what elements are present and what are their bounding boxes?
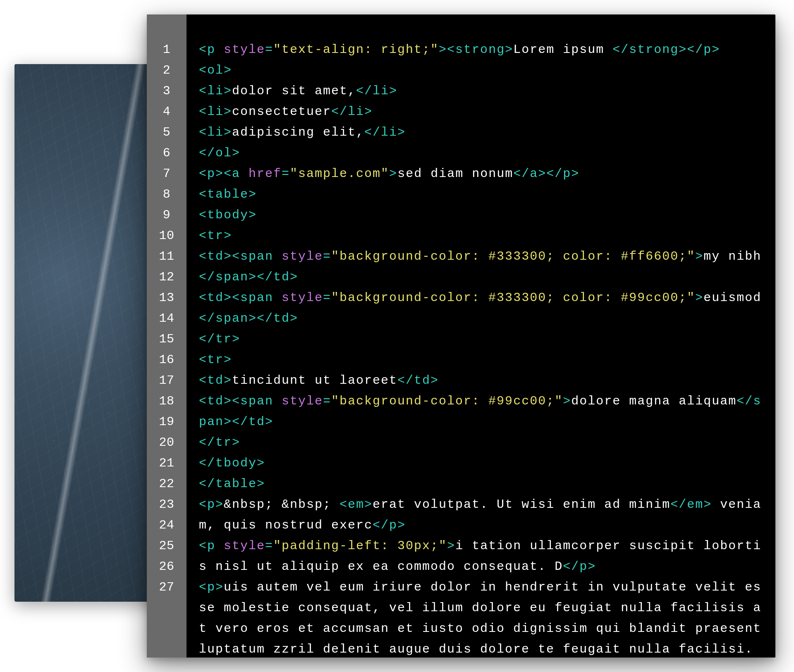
code-token-text: uis autem vel eum iriure dolor in hendre… <box>199 580 770 656</box>
code-token-str: "background-color: #333300; color: #99cc… <box>331 291 695 305</box>
line-number: 17 <box>147 370 187 391</box>
code-token-attr: style <box>282 394 323 408</box>
code-token-tag: <tr> <box>199 229 232 243</box>
line-number: 24 <box>147 515 187 536</box>
line-number: 15 <box>147 329 187 349</box>
code-token-tag: <td><span <box>199 394 282 408</box>
line-number: 27 <box>147 577 187 598</box>
code-token-tag: <td><span <box>199 249 282 263</box>
line-number: 10 <box>147 225 187 246</box>
code-token-str: "background-color: #99cc00;" <box>331 394 563 408</box>
code-token-tag: </em> <box>670 497 712 512</box>
line-number: 18 <box>147 391 187 411</box>
code-token-tag: = <box>323 249 331 263</box>
code-token-attr: style <box>282 291 323 305</box>
code-token-text: consectetuer <box>232 105 331 119</box>
code-token-tag: </table> <box>199 477 265 491</box>
line-number: 21 <box>147 453 187 474</box>
line-number: 22 <box>147 474 187 494</box>
code-token-tag: <li> <box>199 125 232 139</box>
code-token-tag: > <box>695 249 703 263</box>
line-number: 25 <box>147 536 187 556</box>
line-number: 26 <box>147 556 187 577</box>
code-token-text: adipiscing elit, <box>232 125 364 139</box>
line-number: 14 <box>147 308 187 329</box>
code-editor-window: 1234567891011121314151617181920212223242… <box>147 14 775 658</box>
code-token-text: Lorem ipsum <box>513 43 612 57</box>
code-token-tag: <li> <box>199 105 232 119</box>
code-token-tag: > <box>563 394 571 408</box>
code-token-str: "sample.com" <box>290 167 389 181</box>
code-token-tag: </strong></p> <box>612 43 720 57</box>
code-token-tag: </li> <box>364 125 406 139</box>
line-number: 13 <box>147 287 187 308</box>
line-number: 11 <box>147 246 187 267</box>
code-token-attr: style <box>224 539 265 553</box>
line-number: 3 <box>147 81 187 101</box>
code-token-tag: </p> <box>373 518 406 532</box>
code-token-tag: </p> <box>563 560 596 574</box>
line-number: 23 <box>147 494 187 515</box>
code-token-text: euismod <box>703 291 761 305</box>
code-token-tag: </span></td> <box>199 311 298 325</box>
line-number: 9 <box>147 205 187 225</box>
code-token-tag: <ol> <box>199 63 232 77</box>
line-number: 16 <box>147 349 187 370</box>
line-number: 7 <box>147 163 187 184</box>
code-token-text: my nibh <box>703 249 761 263</box>
code-token-text: tincidunt ut laoreet <box>232 373 397 387</box>
code-token-tag: </tr> <box>199 332 240 346</box>
code-token-tag: = <box>323 291 331 305</box>
code-token-tag: <table> <box>199 187 257 201</box>
code-token-tag: <p <box>199 539 224 553</box>
code-token-tag: <tr> <box>199 353 232 367</box>
code-token-tag: <p> <box>199 580 224 594</box>
code-token-attr: style <box>224 43 265 57</box>
line-number-gutter: 1234567891011121314151617181920212223242… <box>147 14 187 658</box>
line-number: 19 <box>147 411 187 432</box>
code-token-tag: > <box>447 539 455 553</box>
code-token-attr: href <box>249 167 282 181</box>
code-token-attr: style <box>282 249 323 263</box>
code-token-str: "background-color: #333300; color: #ff66… <box>331 249 695 263</box>
code-token-tag: </span></td> <box>199 270 298 284</box>
code-token-text: &nbsp; &nbsp; <box>224 497 340 512</box>
code-token-str: "padding-left: 30px;" <box>273 539 447 553</box>
code-token-tag: <tbody> <box>199 208 257 222</box>
line-number: 2 <box>147 60 187 81</box>
code-token-tag: </a></p> <box>513 167 579 181</box>
code-token-tag: = <box>265 539 273 553</box>
code-token-str: "text-align: right;" <box>273 43 439 57</box>
code-token-tag: <p><a <box>199 167 249 181</box>
code-token-tag: </td> <box>397 373 439 387</box>
code-token-tag: > <box>389 167 397 181</box>
code-token-tag: </tr> <box>199 435 240 450</box>
code-token-tag: <p> <box>199 497 224 512</box>
code-token-tag: <td><span <box>199 291 282 305</box>
code-token-tag: </tbody> <box>199 456 265 470</box>
code-token-tag: </li> <box>356 84 397 98</box>
code-token-tag: <p <box>199 43 224 57</box>
code-token-tag: <td> <box>199 373 232 387</box>
line-number: 20 <box>147 432 187 453</box>
code-token-text: dolor sit amet, <box>232 84 356 98</box>
code-token-tag: = <box>265 43 273 57</box>
line-number: 4 <box>147 101 187 122</box>
code-token-tag: </li> <box>331 105 373 119</box>
code-token-tag: <li> <box>199 84 232 98</box>
line-number: 5 <box>147 122 187 143</box>
line-number: 1 <box>147 39 187 60</box>
code-content-area[interactable]: <p style="text-align: right;"><strong>Lo… <box>187 14 775 658</box>
code-token-tag: </ol> <box>199 146 240 160</box>
code-token-tag: ><strong> <box>439 43 513 57</box>
code-token-text: sed diam nonum <box>397 167 513 181</box>
code-token-tag: = <box>282 167 290 181</box>
line-number: 12 <box>147 267 187 287</box>
code-token-text: dolore magna aliquam <box>571 394 737 408</box>
code-token-text: erat volutpat. Ut wisi enim ad minim <box>373 497 670 512</box>
line-number: 8 <box>147 184 187 205</box>
code-token-tag: <em> <box>340 497 373 512</box>
line-number: 6 <box>147 143 187 163</box>
code-token-tag: > <box>695 291 703 305</box>
code-token-tag: = <box>323 394 331 408</box>
